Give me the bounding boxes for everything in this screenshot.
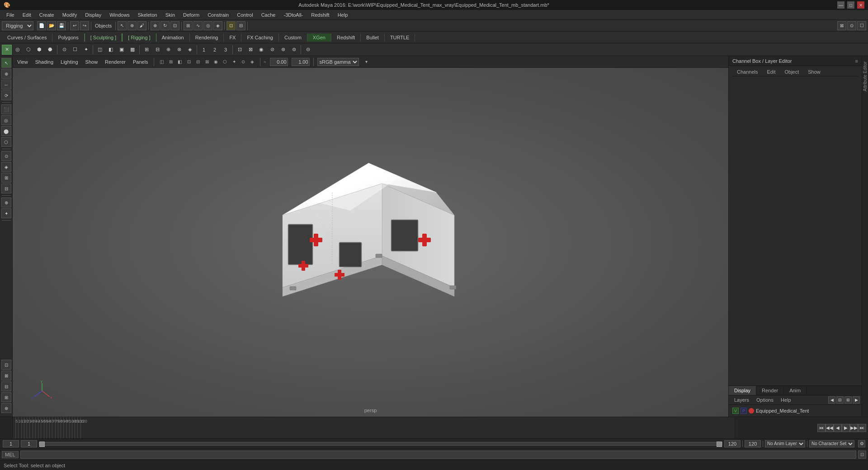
shade-wire-btn[interactable]: ⬣ xyxy=(45,45,55,55)
pb-prev-key-btn[interactable]: ◀◀ xyxy=(826,424,834,432)
vp-renderer-menu[interactable]: Renderer xyxy=(103,58,127,66)
ch-tab-object[interactable]: Object xyxy=(780,68,803,76)
vp-xray-btn[interactable]: ⊟ xyxy=(194,58,202,66)
flatten-tool[interactable]: ⬤ xyxy=(1,126,11,136)
vp-value2[interactable] xyxy=(292,58,310,66)
select-tool-btn[interactable]: ↖ xyxy=(118,21,127,30)
ch-tab-show[interactable]: Show xyxy=(803,68,825,76)
bulge-tool[interactable]: ⊕ xyxy=(1,197,11,207)
construction-btn[interactable]: ⊙ xyxy=(847,21,856,30)
nurbs-display-btn[interactable]: ⊡ xyxy=(235,45,245,55)
xray-btn[interactable]: ☐ xyxy=(70,45,80,55)
vp-grid-btn[interactable]: ⊞ xyxy=(167,58,175,66)
tab-fx-caching[interactable]: FX Caching xyxy=(241,33,278,42)
layer-next-btn[interactable]: ▶ xyxy=(853,396,860,404)
mode-selector[interactable]: Rigging xyxy=(2,21,33,30)
snap-point-btn[interactable]: ◎ xyxy=(203,21,212,30)
layer-tab-layers[interactable]: Layers xyxy=(731,396,753,404)
scale-btn[interactable]: ⊡ xyxy=(170,21,179,30)
ao-btn[interactable]: ⊛ xyxy=(278,45,288,55)
vp-show-menu[interactable]: Show xyxy=(84,58,100,66)
sculpt-tool[interactable]: ↔ xyxy=(1,80,11,89)
wireframe-btn[interactable]: ⬡ xyxy=(24,45,33,55)
menu-constrain[interactable]: Constrain xyxy=(204,11,232,19)
render-btn[interactable]: ⊡ xyxy=(226,21,236,30)
menu-help[interactable]: Help xyxy=(334,11,352,19)
viewport[interactable]: View Shading Lighting Show Renderer Pane… xyxy=(13,56,728,417)
menu-control[interactable]: Control xyxy=(233,11,256,19)
vp-panels-menu[interactable]: Panels xyxy=(131,58,150,66)
shape-editor-btn[interactable]: ⊛ xyxy=(1,403,11,413)
pb-play-btn[interactable]: ▶ xyxy=(842,424,850,432)
snapping-btn[interactable]: ⊗ xyxy=(174,45,184,55)
relax-tool[interactable]: ⟳ xyxy=(1,90,11,100)
tab-rendering[interactable]: Rendering xyxy=(190,33,224,42)
tab-turtle[interactable]: TURTLE xyxy=(385,33,415,42)
vp-colorspace-arrow[interactable]: ▾ xyxy=(363,58,371,66)
lasso-select-btn[interactable]: ⊕ xyxy=(127,21,137,30)
vp-lighting-menu[interactable]: Lighting xyxy=(59,58,80,66)
imprint-tool[interactable]: ⊞ xyxy=(1,173,11,183)
disp-tab-render[interactable]: Render xyxy=(756,386,784,395)
vp-light-btn[interactable]: ✦ xyxy=(230,58,238,66)
grid-btn[interactable]: ⊞ xyxy=(142,45,151,55)
menu-deform[interactable]: Deform xyxy=(179,11,203,19)
layer-playback-btn[interactable]: P xyxy=(741,408,747,414)
tab-custom[interactable]: Custom xyxy=(279,33,307,42)
menu-skin[interactable]: Skin xyxy=(162,11,179,19)
ch-tab-edit[interactable]: Edit xyxy=(762,68,780,76)
move-btn[interactable]: ⊕ xyxy=(151,21,160,30)
tab-animation[interactable]: Animation xyxy=(156,33,190,42)
snap-surface-btn[interactable]: ◈ xyxy=(213,21,222,30)
motion-blur-btn[interactable]: ⊜ xyxy=(289,45,299,55)
snap-grid-btn[interactable]: ⊞ xyxy=(184,21,193,30)
paint-tool[interactable]: ⊕ xyxy=(1,69,11,79)
ipr-btn[interactable]: ⊟ xyxy=(236,21,245,30)
pb-first-btn[interactable]: ⏮ xyxy=(817,424,826,432)
disp-tab-display[interactable]: Display xyxy=(729,386,756,395)
manipulator-btn[interactable]: ⊕ xyxy=(163,45,173,55)
shadow-btn[interactable]: ⊘ xyxy=(267,45,277,55)
vp-smooth-btn[interactable]: ◉ xyxy=(212,58,220,66)
close-button[interactable]: ✕ xyxy=(857,1,864,9)
isolate-select-btn[interactable]: ⊙ xyxy=(59,45,69,55)
snap-curve-btn[interactable]: ∿ xyxy=(193,21,203,30)
menu-file[interactable]: File xyxy=(3,11,18,19)
menu-3dtall[interactable]: -3DtoAll- xyxy=(280,11,307,19)
smooth-tool[interactable]: ◎ xyxy=(1,115,11,125)
anim-layer-select[interactable]: No Anim Layer xyxy=(765,440,805,447)
foamy-tool[interactable]: ⬡ xyxy=(1,137,11,147)
camera-mode-btn[interactable]: ◎ xyxy=(13,45,23,55)
hud-btn[interactable]: ⊟ xyxy=(152,45,162,55)
light-display-btn[interactable]: ◉ xyxy=(256,45,266,55)
playback-end-input[interactable] xyxy=(745,440,761,447)
menu-modify[interactable]: Modify xyxy=(59,11,80,19)
menu-display[interactable]: Display xyxy=(81,11,105,19)
persp-toggle-btn[interactable]: ◫ xyxy=(95,45,105,55)
dope-sheet-btn[interactable]: ⊞ xyxy=(1,392,11,402)
tab-xgen[interactable]: XGen xyxy=(307,33,331,42)
vp-shadow-btn[interactable]: ⊙ xyxy=(239,58,247,66)
pb-next-btn[interactable]: ▶▶ xyxy=(850,424,858,432)
tab-redshift[interactable]: Redshift xyxy=(331,33,361,42)
input-output-btn[interactable]: ⊠ xyxy=(837,21,846,30)
resolution-high-btn[interactable]: 3 xyxy=(221,45,231,55)
end-frame-input[interactable] xyxy=(724,440,741,447)
layer-collapse-btn[interactable]: ⊟ xyxy=(836,396,844,404)
menu-redshift[interactable]: Redshift xyxy=(307,11,333,19)
tab-fx[interactable]: FX xyxy=(224,33,241,42)
lock-btn[interactable]: ⊝ xyxy=(303,45,313,55)
tab-bullet[interactable]: Bullet xyxy=(361,33,385,42)
layer-tab-options[interactable]: Options xyxy=(753,396,777,404)
smear-tool[interactable]: ⊟ xyxy=(1,183,11,193)
layer-visibility-btn[interactable]: V xyxy=(732,408,739,414)
vp-persp-btn[interactable]: ◧ xyxy=(176,58,184,66)
point-light-btn[interactable]: ✦ xyxy=(81,45,91,55)
xray-joints-btn[interactable]: ◈ xyxy=(185,45,195,55)
redo-btn[interactable]: ↪ xyxy=(80,21,89,30)
menu-create[interactable]: Create xyxy=(36,11,58,19)
repeat-tool[interactable]: ◈ xyxy=(1,162,11,172)
select-tool[interactable]: ↖ xyxy=(1,58,11,68)
vp-hud-btn[interactable]: ⊡ xyxy=(185,58,193,66)
tab-sculpting[interactable]: [ Sculpting ] xyxy=(85,33,122,42)
